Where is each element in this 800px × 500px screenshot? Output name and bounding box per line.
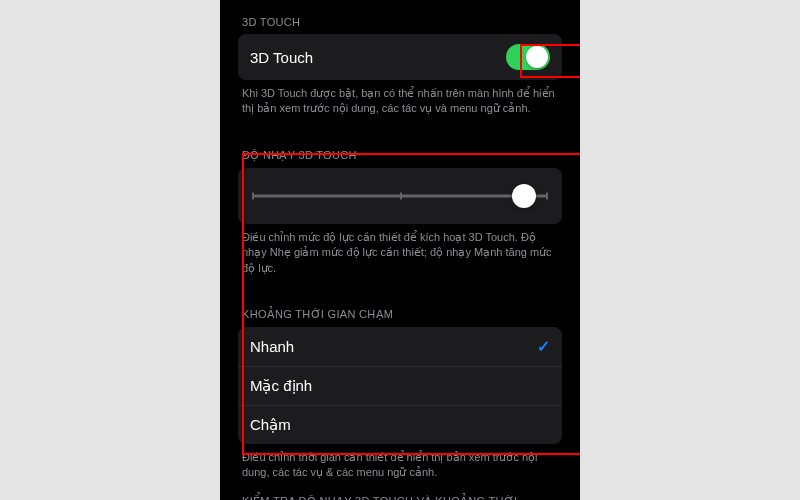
slider-tick [252,192,254,199]
list-item-label: Mặc định [250,377,312,395]
section-header-touch-duration: KHOẢNG THỜI GIAN CHẠM [238,308,562,321]
list-item-nhanh[interactable]: Nhanh ✓ [238,327,562,367]
section-header-test: KIỂM TRA ĐỘ NHẠY 3D TOUCH VÀ KHOẢNG THỜI [238,495,562,500]
section-header-3d-touch: 3D TOUCH [238,16,562,28]
description-sensitivity: Điều chỉnh mức độ lực cần thiết để kích … [238,224,562,276]
sensitivity-slider[interactable] [238,168,562,224]
section-sensitivity: ĐỘ NHẠY 3D TOUCH Điều chỉnh mức độ lực c… [238,149,562,276]
list-item-cham[interactable]: Chậm [238,406,562,444]
description-3d-touch: Khi 3D Touch được bật, bạn có thể nhấn t… [238,80,562,117]
settings-screen: 3D TOUCH 3D Touch Khi 3D Touch được bật,… [220,0,580,500]
list-item-label: Chậm [250,416,291,434]
slider-thumb[interactable] [512,184,536,208]
section-touch-duration: KHOẢNG THỜI GIAN CHẠM Nhanh ✓ Mặc định C… [238,308,562,481]
list-item-label: Nhanh [250,338,294,355]
row-3d-touch: 3D Touch [238,34,562,80]
toggle-3d-touch[interactable] [506,44,550,70]
toggle-knob [526,46,548,68]
slider-tick [400,192,402,199]
slider-tick [546,192,548,199]
list-item-macdinh[interactable]: Mặc định [238,367,562,406]
description-touch-duration: Điều chỉnh thời gian cần thiết để hiển t… [238,444,562,481]
label-3d-touch: 3D Touch [250,49,313,66]
checkmark-icon: ✓ [537,337,550,356]
section-3d-touch: 3D TOUCH 3D Touch Khi 3D Touch được bật,… [238,16,562,117]
touch-duration-list: Nhanh ✓ Mặc định Chậm [238,327,562,444]
section-header-sensitivity: ĐỘ NHẠY 3D TOUCH [238,149,562,162]
